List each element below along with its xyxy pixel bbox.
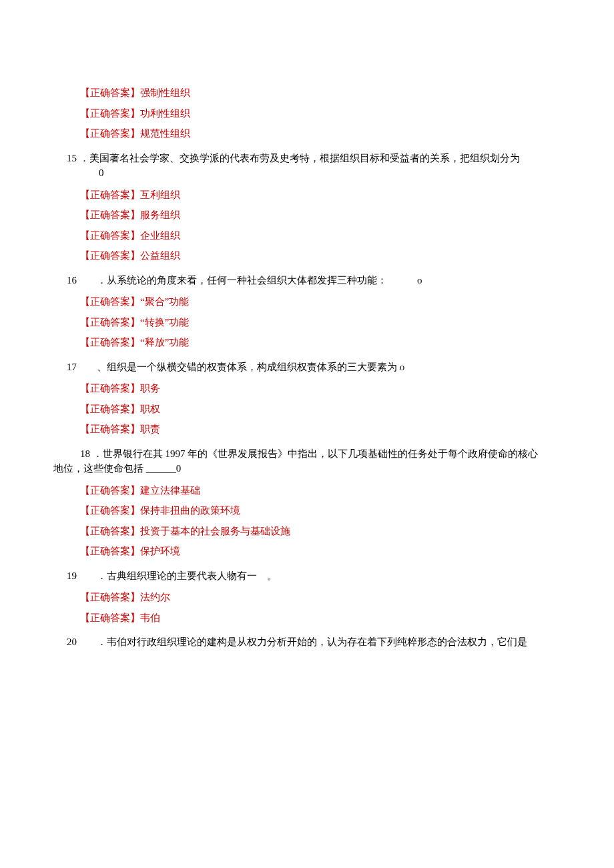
- answer-label: 【正确答案】: [80, 404, 140, 414]
- answer-label: 【正确答案】: [80, 296, 140, 307]
- answer-line: 【正确答案】职责: [80, 422, 561, 437]
- answer-line: 【正确答案】法约尔: [80, 590, 561, 605]
- answer-text: 规范性组织: [140, 128, 190, 139]
- answer-text: “释放”功能: [140, 337, 189, 348]
- answer-text: 职务: [140, 383, 160, 394]
- answer-text: 保护环境: [140, 546, 180, 556]
- answer-text: “聚合”功能: [140, 296, 189, 307]
- answer-line: 【正确答案】保持非扭曲的政策环境: [80, 503, 561, 518]
- answer-line: 【正确答案】规范性组织: [80, 126, 561, 141]
- question-number: 15: [67, 153, 77, 163]
- answer-line: 【正确答案】“释放”功能: [80, 335, 561, 350]
- answer-label: 【正确答案】: [80, 526, 140, 536]
- answer-label: 【正确答案】: [80, 189, 140, 200]
- question-text-line2: 地位，这些使命包括 ______0: [53, 461, 561, 476]
- answer-label: 【正确答案】: [80, 546, 140, 556]
- answer-label: 【正确答案】: [80, 612, 140, 623]
- question-19: 19 ．古典组织理论的主要代表人物有一 。: [67, 568, 561, 584]
- answer-line: 【正确答案】服务组织: [80, 207, 561, 223]
- answer-label: 【正确答案】: [80, 485, 140, 496]
- answer-text: 互利组织: [140, 189, 180, 200]
- answer-text: 职责: [140, 424, 160, 434]
- question-16: 16 ．从系统论的角度来看，任何一种社会组织大体都发挥三种功能： o: [67, 273, 561, 288]
- question-18: 18 ．世界银行在其 1997 年的《世界发展报告》中指出，以下几项基础性的任务…: [53, 446, 561, 476]
- answer-line: 【正确答案】强制性组织: [80, 85, 561, 101]
- answer-line: 【正确答案】建立法律基础: [80, 483, 561, 498]
- answer-line: 【正确答案】职权: [80, 402, 561, 417]
- answer-line: 【正确答案】功利性组织: [80, 106, 561, 121]
- answer-line: 【正确答案】韦伯: [80, 610, 561, 626]
- answer-label: 【正确答案】: [80, 230, 140, 241]
- answer-line: 【正确答案】“聚合”功能: [80, 294, 561, 310]
- answer-line: 【正确答案】职务: [80, 381, 561, 396]
- question-text-sub: 0: [99, 165, 561, 181]
- answer-label: 【正确答案】: [80, 505, 140, 516]
- answer-label: 【正确答案】: [80, 128, 140, 139]
- question-text: ．古典组织理论的主要代表人物有一 。: [97, 570, 277, 581]
- question-number: 18: [80, 448, 90, 459]
- answer-text: 企业组织: [140, 230, 180, 241]
- answer-line: 【正确答案】“转换”功能: [80, 315, 561, 330]
- question-17: 17 、组织是一个纵横交错的权责体系，构成组织权责体系的三大要素为 o: [67, 360, 561, 375]
- question-number: 19: [67, 570, 77, 581]
- question-15: 15 ．美国著名社会学家、交换学派的代表布劳及史考特，根据组织目标和受益者的关系…: [67, 151, 561, 181]
- answer-text: 保持非扭曲的政策环境: [140, 505, 240, 516]
- answer-label: 【正确答案】: [80, 592, 140, 602]
- question-number: 16: [67, 275, 77, 286]
- answer-text: 功利性组织: [140, 108, 190, 119]
- question-text: ．美国著名社会学家、交换学派的代表布劳及史考特，根据组织目标和受益者的关系，把组…: [79, 153, 520, 163]
- answer-text: 服务组织: [140, 209, 180, 220]
- question-text: 、组织是一个纵横交错的权责体系，构成组织权责体系的三大要素为 o: [97, 362, 404, 372]
- question-text: ．从系统论的角度来看，任何一种社会组织大体都发挥三种功能： o: [97, 275, 422, 286]
- answer-label: 【正确答案】: [80, 337, 140, 348]
- answer-text: 建立法律基础: [140, 485, 200, 496]
- answer-label: 【正确答案】: [80, 209, 140, 220]
- answer-label: 【正确答案】: [80, 87, 140, 98]
- question-20: 20 ．韦伯对行政组织理论的建构是从权力分析开始的，认为存在着下列纯粹形态的合法…: [67, 634, 561, 650]
- answer-line: 【正确答案】公益组织: [80, 248, 561, 264]
- answer-line: 【正确答案】互利组织: [80, 187, 561, 203]
- answer-text: “转换”功能: [140, 317, 189, 328]
- answer-text: 强制性组织: [140, 87, 190, 98]
- question-number: 20: [67, 636, 77, 647]
- answer-label: 【正确答案】: [80, 108, 140, 119]
- answer-text: 投资于基本的社会服务与基础设施: [140, 526, 290, 536]
- question-number: 17: [67, 362, 77, 372]
- answer-text: 法约尔: [140, 592, 170, 602]
- answer-label: 【正确答案】: [80, 250, 140, 261]
- answer-line: 【正确答案】保护环境: [80, 544, 561, 559]
- answer-label: 【正确答案】: [80, 383, 140, 394]
- answer-text: 公益组织: [140, 250, 180, 261]
- question-text: ．韦伯对行政组织理论的建构是从权力分析开始的，认为存在着下列纯粹形态的合法权力，…: [97, 636, 527, 647]
- answer-line: 【正确答案】企业组织: [80, 228, 561, 244]
- answer-label: 【正确答案】: [80, 424, 140, 434]
- answer-label: 【正确答案】: [80, 317, 140, 328]
- answer-text: 韦伯: [140, 612, 160, 623]
- document-page: 【正确答案】强制性组织 【正确答案】功利性组织 【正确答案】规范性组织 15 ．…: [0, 0, 614, 868]
- answer-line: 【正确答案】投资于基本的社会服务与基础设施: [80, 524, 561, 539]
- answer-text: 职权: [140, 404, 160, 414]
- question-text-line1: ．世界银行在其 1997 年的《世界发展报告》中指出，以下几项基础性的任务处于每…: [93, 448, 539, 459]
